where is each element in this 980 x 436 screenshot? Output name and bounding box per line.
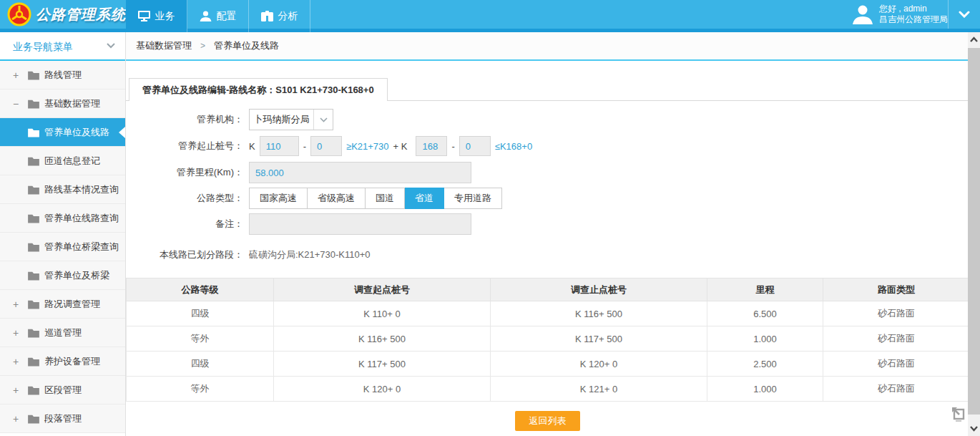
road-type-national-expressway[interactable]: 国家高速 xyxy=(249,188,308,209)
stake-k-prefix: K xyxy=(249,141,255,152)
table-header-row: 公路等级 调查起点桩号 调查止点桩号 里程 路面类型 xyxy=(127,278,970,301)
divided-sections-value: 硫磺沟分局:K21+730-K110+0 xyxy=(249,244,371,266)
stake-min-hint: ≥K21+730 xyxy=(346,141,389,152)
user-greeting: 您好 , admin xyxy=(879,4,948,14)
user-info: 您好 , admin 昌吉州公路管理局 xyxy=(879,4,948,25)
mileage-label: 管养里程(Km)： xyxy=(126,162,243,183)
sidebar-item-basic-data-mgmt[interactable]: − 基础数据管理 xyxy=(0,89,125,118)
road-segment-table: 公路等级 调查起点桩号 调查止点桩号 里程 路面类型 四级 K 110+ 0 K… xyxy=(126,278,970,402)
tab-config[interactable]: 配置 xyxy=(187,0,249,32)
user-organization: 昌吉州公路管理局 xyxy=(879,14,948,25)
folder-icon xyxy=(27,357,40,367)
scroll-down-icon[interactable] xyxy=(969,423,979,433)
avatar-icon xyxy=(852,4,873,25)
folder-icon xyxy=(27,299,40,309)
end-km-input[interactable] xyxy=(416,136,447,156)
road-type-provincial-expressway[interactable]: 省级高速 xyxy=(308,188,366,209)
start-km-input[interactable] xyxy=(260,136,299,156)
collapse-icon[interactable]: − xyxy=(13,89,19,118)
tab-business-label: 业务 xyxy=(155,10,175,23)
folder-icon xyxy=(27,99,40,109)
cell-start-stake: K 110+ 0 xyxy=(274,301,491,326)
sidebar-menu-header[interactable]: 业务导航菜单 xyxy=(0,32,125,61)
divided-sections-label: 本线路已划分路段： xyxy=(126,244,243,266)
road-type-national-road[interactable]: 国道 xyxy=(366,188,405,209)
stake-max-hint: ≤K168+0 xyxy=(495,141,532,152)
col-survey-end-stake: 调查止点桩号 xyxy=(491,278,707,301)
cell-end-stake: K 116+ 500 xyxy=(491,301,707,326)
folder-icon xyxy=(27,414,40,424)
folder-icon xyxy=(27,328,40,338)
chevron-down-icon xyxy=(107,43,115,49)
chevron-down-icon xyxy=(959,11,970,18)
stake-plus-k: + K xyxy=(393,141,408,152)
cell-mileage: 2.500 xyxy=(707,352,823,377)
user-menu[interactable]: 您好 , admin 昌吉州公路管理局 xyxy=(852,0,948,29)
app-logo[interactable]: 公路管理系统 xyxy=(0,0,126,29)
table-row: 等外 K 120+ 0 K 121+ 0 1.000 砂石路面 xyxy=(127,377,970,402)
road-type-provincial-road[interactable]: 省道 xyxy=(405,188,444,209)
popout-arrow-icon[interactable] xyxy=(950,405,967,422)
scrollbar-thumb[interactable] xyxy=(968,48,980,415)
monitor-icon xyxy=(138,11,150,21)
expand-icon[interactable]: + xyxy=(13,347,19,376)
breadcrumb-basic-data[interactable]: 基础数据管理 xyxy=(136,39,192,52)
expand-icon[interactable]: + xyxy=(13,290,19,319)
sidebar-item-unit-line-query[interactable]: 管养单位线路查询 xyxy=(0,204,125,233)
sidebar: 业务导航菜单 + 路线管理 − 基础数据管理 管养单位及线路 匝道信息登记 路线… xyxy=(0,32,126,436)
edit-tab[interactable]: 管养单位及线路编辑-路线名称：S101 K21+730-K168+0 xyxy=(129,78,388,101)
expand-icon[interactable]: + xyxy=(13,319,19,347)
sidebar-item-label: 管养单位及桥梁 xyxy=(44,261,109,290)
sidebar-item-route-mgmt[interactable]: + 路线管理 xyxy=(0,61,125,89)
user-dropdown-toggle[interactable] xyxy=(948,0,980,29)
back-to-list-button[interactable]: 返回列表 xyxy=(515,411,580,431)
cell-mileage: 6.500 xyxy=(707,301,823,326)
sidebar-item-unit-and-bridges[interactable]: 管养单位及桥梁 xyxy=(0,261,125,290)
start-meter-input[interactable] xyxy=(310,136,342,156)
cell-pavement: 砂石路面 xyxy=(823,377,970,402)
cell-road-grade: 四级 xyxy=(127,301,274,326)
table-row: 四级 K 110+ 0 K 116+ 500 6.500 砂石路面 xyxy=(127,301,970,326)
cell-road-grade: 等外 xyxy=(127,377,274,402)
cell-mileage: 1.000 xyxy=(707,377,823,402)
sidebar-item-label: 管养单位线路查询 xyxy=(44,204,119,233)
sidebar-item-route-basic-query[interactable]: 路线基本情况查询 xyxy=(0,175,125,204)
road-type-label: 公路类型： xyxy=(126,188,243,209)
tab-business[interactable]: 业务 xyxy=(126,0,187,32)
sidebar-item-label: 养护设备管理 xyxy=(44,347,100,376)
vertical-scrollbar[interactable] xyxy=(968,32,980,436)
mileage-input[interactable] xyxy=(249,162,471,183)
sidebar-item-equipment-mgmt[interactable]: + 养护设备管理 xyxy=(0,347,125,376)
sidebar-item-label: 基础数据管理 xyxy=(44,89,100,118)
sidebar-item-road-survey-mgmt[interactable]: + 路况调查管理 xyxy=(0,290,125,319)
sidebar-item-segment-mgmt[interactable]: + 段落管理 xyxy=(0,404,125,433)
expand-icon[interactable]: + xyxy=(13,376,19,404)
road-type-special-road[interactable]: 专用道路 xyxy=(444,188,502,209)
sidebar-item-ramp-info[interactable]: 匝道信息登记 xyxy=(0,147,125,175)
sidebar-item-section-mgmt[interactable]: + 区段管理 xyxy=(0,376,125,404)
expand-icon[interactable]: + xyxy=(13,61,19,89)
breadcrumb-separator: > xyxy=(200,41,205,51)
sidebar-item-patrol-mgmt[interactable]: + 巡道管理 xyxy=(0,319,125,347)
sidebar-item-maint-unit-lines[interactable]: 管养单位及线路 xyxy=(0,118,125,147)
breadcrumb-current[interactable]: 管养单位及线路 xyxy=(214,39,279,52)
folder-icon xyxy=(27,185,40,195)
cell-pavement: 砂石路面 xyxy=(823,326,970,352)
cell-pavement: 砂石路面 xyxy=(823,352,970,377)
tab-analysis[interactable]: 分析 xyxy=(249,0,310,32)
sidebar-item-label: 段落管理 xyxy=(44,404,82,433)
road-type-group: 国家高速 省级高速 国道 省道 专用道路 xyxy=(249,188,502,209)
tab-config-label: 配置 xyxy=(217,10,237,23)
expand-icon[interactable]: + xyxy=(13,404,19,433)
end-meter-input[interactable] xyxy=(459,136,491,156)
stake-label: 管养起止桩号： xyxy=(126,135,243,157)
cell-start-stake: K 117+ 500 xyxy=(274,352,491,377)
folder-icon xyxy=(27,242,40,252)
remark-input[interactable] xyxy=(249,213,471,235)
cell-end-stake: K 117+ 500 xyxy=(491,326,707,352)
maintenance-org-select[interactable]: 卜玛纳斯分局 xyxy=(249,109,333,130)
sidebar-item-unit-bridge-query[interactable]: 管养单位桥梁查询 xyxy=(0,233,125,261)
scroll-up-icon[interactable] xyxy=(969,35,979,45)
sidebar-item-label: 巡道管理 xyxy=(44,319,82,347)
table-row: 等外 K 116+ 500 K 117+ 500 1.000 砂石路面 xyxy=(127,326,970,352)
